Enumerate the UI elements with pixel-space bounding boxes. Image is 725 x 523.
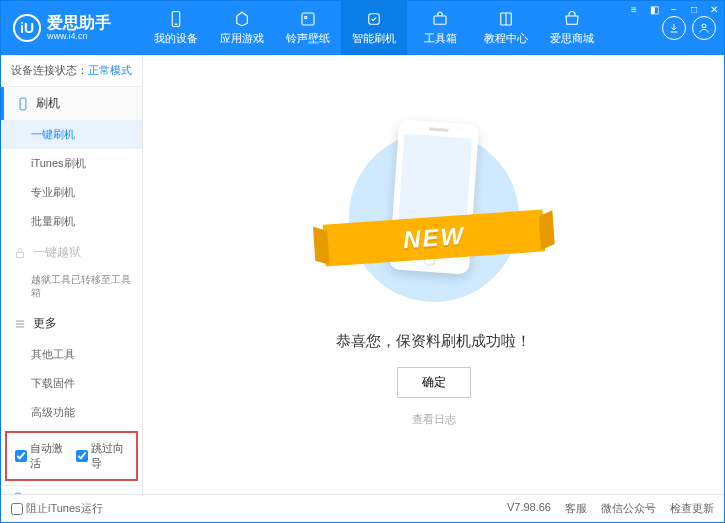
skin-icon[interactable]: ◧ [647, 2, 661, 16]
app-url: www.i4.cn [47, 31, 111, 41]
nav-my-device[interactable]: 我的设备 [143, 1, 209, 55]
version-label: V7.98.66 [507, 501, 551, 516]
nav-store[interactable]: 爱思商城 [539, 1, 605, 55]
store-icon [562, 10, 582, 28]
wallpaper-icon [298, 10, 318, 28]
menu-icon[interactable]: ≡ [627, 2, 641, 16]
section-title: 更多 [33, 315, 57, 332]
sidebar-item-advanced[interactable]: 高级功能 [1, 398, 142, 427]
success-message: 恭喜您，保资料刷机成功啦！ [336, 332, 531, 351]
success-illustration: NEW [334, 122, 534, 312]
checkbox-skip-wizard[interactable]: 跳过向导 [76, 441, 129, 471]
book-icon [496, 10, 516, 28]
close-icon[interactable]: ✕ [707, 2, 721, 16]
apps-icon [232, 10, 252, 28]
nav-label: 应用游戏 [220, 31, 264, 46]
status-value: 正常模式 [88, 64, 132, 76]
svg-rect-2 [302, 13, 314, 25]
checkbox-label: 跳过向导 [91, 441, 129, 471]
connection-status: 设备连接状态：正常模式 [1, 55, 142, 87]
app-window: ≡ ◧ − □ ✕ iU 爱思助手 www.i4.cn 我的设备 应用游戏 [0, 0, 725, 523]
nav-label: 工具箱 [424, 31, 457, 46]
svg-rect-5 [434, 16, 446, 24]
ok-button[interactable]: 确定 [397, 367, 471, 398]
nav-label: 教程中心 [484, 31, 528, 46]
checkbox-label: 自动激活 [30, 441, 68, 471]
section-flash[interactable]: 刷机 [1, 87, 142, 120]
main-nav: 我的设备 应用游戏 铃声壁纸 智能刷机 工具箱 教程中心 [143, 1, 662, 55]
nav-tutorials[interactable]: 教程中心 [473, 1, 539, 55]
sidebar-item-other-tools[interactable]: 其他工具 [1, 340, 142, 369]
body: 设备连接状态：正常模式 刷机 一键刷机 iTunes刷机 专业刷机 批量刷机 一… [1, 55, 724, 494]
title-right [662, 16, 716, 40]
checkbox-block-itunes[interactable]: 阻止iTunes运行 [11, 501, 103, 516]
main-panel: NEW 恭喜您，保资料刷机成功啦！ 确定 查看日志 [143, 55, 724, 494]
nav-flash[interactable]: 智能刷机 [341, 1, 407, 55]
toolbox-icon [430, 10, 450, 28]
nav-label: 铃声壁纸 [286, 31, 330, 46]
maximize-icon[interactable]: □ [687, 2, 701, 16]
section-jailbreak: 一键越狱 [1, 236, 142, 269]
sidebar: 设备连接状态：正常模式 刷机 一键刷机 iTunes刷机 专业刷机 批量刷机 一… [1, 55, 143, 494]
phone-icon [166, 10, 186, 28]
nav-apps[interactable]: 应用游戏 [209, 1, 275, 55]
svg-rect-10 [17, 252, 24, 257]
list-icon [13, 317, 27, 331]
section-title: 刷机 [36, 95, 60, 112]
sidebar-item-download-firmware[interactable]: 下载固件 [1, 369, 142, 398]
checkbox-input[interactable] [11, 503, 23, 515]
sidebar-item-itunes-flash[interactable]: iTunes刷机 [1, 149, 142, 178]
sidebar-item-pro-flash[interactable]: 专业刷机 [1, 178, 142, 207]
footer-wechat[interactable]: 微信公众号 [601, 501, 656, 516]
logo: iU 爱思助手 www.i4.cn [13, 14, 143, 42]
download-icon[interactable] [662, 16, 686, 40]
device-info[interactable]: iPhone 12 mini 64GB Down-12mini-13,1 [1, 485, 142, 494]
status-label: 设备连接状态： [11, 64, 88, 76]
svg-point-3 [305, 16, 307, 18]
sidebar-item-oneclick-flash[interactable]: 一键刷机 [1, 120, 142, 149]
nav-ringtones[interactable]: 铃声壁纸 [275, 1, 341, 55]
titlebar: ≡ ◧ − □ ✕ iU 爱思助手 www.i4.cn 我的设备 应用游戏 [1, 1, 724, 55]
checkbox-input[interactable] [15, 450, 27, 462]
app-name: 爱思助手 [47, 15, 111, 31]
phone-icon [16, 97, 30, 111]
nav-label: 智能刷机 [352, 31, 396, 46]
options-highlight-box: 自动激活 跳过向导 [5, 431, 138, 481]
nav-label: 我的设备 [154, 31, 198, 46]
footer: 阻止iTunes运行 V7.98.66 客服 微信公众号 检查更新 [1, 494, 724, 522]
footer-update[interactable]: 检查更新 [670, 501, 714, 516]
jailbreak-note: 越狱工具已转移至工具箱 [1, 269, 142, 307]
footer-service[interactable]: 客服 [565, 501, 587, 516]
checkbox-label: 阻止iTunes运行 [26, 501, 103, 516]
checkbox-auto-activate[interactable]: 自动激活 [15, 441, 68, 471]
svg-point-8 [702, 24, 706, 28]
logo-icon: iU [13, 14, 41, 42]
nav-toolbox[interactable]: 工具箱 [407, 1, 473, 55]
svg-rect-9 [20, 98, 26, 110]
nav-label: 爱思商城 [550, 31, 594, 46]
sidebar-item-batch-flash[interactable]: 批量刷机 [1, 207, 142, 236]
user-icon[interactable] [692, 16, 716, 40]
minimize-icon[interactable]: − [667, 2, 681, 16]
window-controls: ≡ ◧ − □ ✕ [627, 2, 721, 16]
view-log-link[interactable]: 查看日志 [412, 412, 456, 427]
section-more[interactable]: 更多 [1, 307, 142, 340]
ribbon-text: NEW [402, 222, 466, 254]
section-title: 一键越狱 [33, 244, 81, 261]
checkbox-input[interactable] [76, 450, 88, 462]
lock-icon [13, 246, 27, 260]
flash-icon [364, 10, 384, 28]
